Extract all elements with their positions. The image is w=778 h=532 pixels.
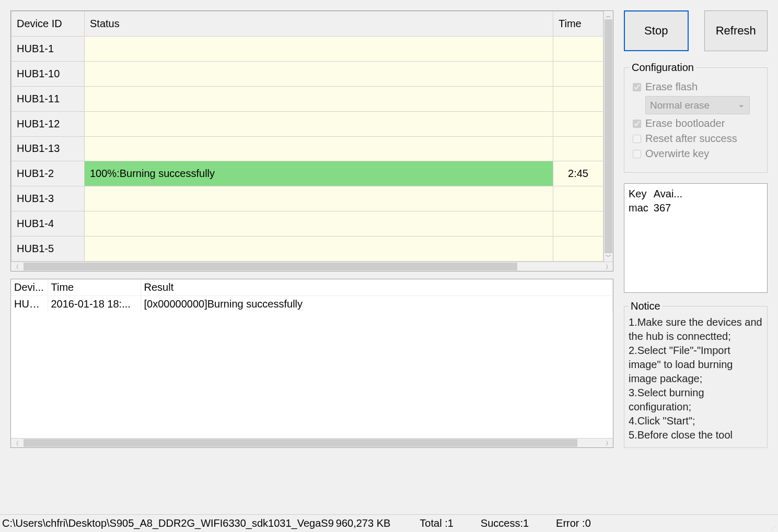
scroll-thumb[interactable] (24, 439, 577, 447)
device-table-header-time[interactable]: Time (553, 11, 603, 37)
device-status-cell (85, 61, 553, 86)
stop-button[interactable]: Stop (624, 10, 689, 51)
device-time-cell (553, 61, 603, 86)
log-time-cell: 2016-01-18 18:... (48, 296, 141, 313)
device-status-cell (85, 136, 553, 161)
device-time-cell (553, 237, 603, 262)
scroll-right-icon[interactable]: 〉 (603, 262, 613, 271)
scroll-thumb[interactable] (605, 19, 612, 253)
erase-flash-checkbox (633, 83, 641, 91)
scroll-up-icon[interactable]: ︿ (604, 12, 613, 20)
notice-group: Notice 1.Make sure the devices and the h… (624, 300, 768, 448)
device-status-cell (85, 211, 553, 237)
device-id-cell: HUB1-1 (11, 37, 85, 62)
device-id-cell: HUB1-4 (11, 211, 85, 237)
device-vertical-scrollbar[interactable]: ︿ ﹀ (603, 11, 613, 262)
table-row (11, 312, 613, 328)
key-header-avail[interactable]: Avai... (654, 187, 688, 201)
resize-grip-icon[interactable]: ⋰ (771, 527, 776, 530)
status-error: Error :0 (542, 517, 605, 529)
table-row[interactable]: HUB1-10 (11, 61, 603, 86)
device-id-cell: HUB1-2 (11, 161, 85, 186)
status-path: C:\Users\chfri\Desktop\S905_A8_DDR2G_WIF… (2, 517, 336, 529)
table-row[interactable]: HUB1-1 (11, 37, 603, 62)
scroll-down-icon[interactable]: ﹀ (604, 253, 613, 261)
scroll-left-icon[interactable]: 〈 (11, 262, 20, 271)
log-result-cell: [0x00000000]Burning successfully (141, 296, 613, 313)
device-table-header-status[interactable]: Status (85, 11, 553, 37)
scroll-left-icon[interactable]: 〈 (11, 439, 20, 447)
key-cell: mac (629, 201, 654, 215)
table-row[interactable]: HUB...2016-01-18 18:...[0x00000000]Burni… (11, 296, 613, 313)
device-status-cell (85, 111, 553, 136)
device-table-header-id[interactable]: Device ID (11, 11, 85, 37)
device-status-cell (85, 237, 553, 262)
table-row[interactable]: HUB1-4 (11, 211, 603, 237)
device-id-cell: HUB1-5 (11, 237, 85, 262)
configuration-group: Configuration Erase flash Normal erase E… (624, 62, 768, 173)
table-row (11, 328, 613, 345)
table-row (11, 393, 613, 409)
table-row (11, 377, 613, 393)
table-row (11, 361, 613, 377)
device-time-cell (553, 136, 603, 161)
table-row[interactable]: HUB1-13 (11, 136, 603, 161)
device-id-cell: HUB1-3 (11, 186, 85, 211)
device-id-cell: HUB1-12 (11, 111, 85, 136)
device-time-cell (553, 186, 603, 211)
log-horizontal-scrollbar[interactable]: 〈 〉 (11, 438, 613, 447)
device-status-cell (85, 86, 553, 111)
device-id-cell: HUB1-10 (11, 61, 85, 86)
reset-after-success-checkbox (633, 135, 641, 143)
device-status-cell: 100%:Burning successfully (85, 161, 553, 186)
device-status-cell (85, 186, 553, 211)
device-time-cell (553, 37, 603, 62)
table-row (11, 345, 613, 361)
avail-cell: 367 (654, 201, 688, 215)
erase-flash-label: Erase flash (645, 81, 698, 93)
status-bar: C:\Users\chfri\Desktop\S905_A8_DDR2G_WIF… (0, 514, 778, 532)
status-success: Success:1 (467, 517, 542, 529)
configuration-legend: Configuration (630, 62, 696, 74)
device-id-cell: HUB1-11 (11, 86, 85, 111)
key-table: Key Avai... mac367 (624, 183, 768, 293)
erase-mode-select: Normal erase (645, 96, 750, 114)
table-row[interactable]: HUB1-5 (11, 237, 603, 262)
status-total: Total :1 (406, 517, 467, 529)
notice-legend: Notice (629, 300, 663, 312)
scroll-thumb[interactable] (24, 263, 517, 270)
key-header-key[interactable]: Key (629, 187, 654, 201)
erase-bootloader-checkbox (633, 120, 641, 128)
status-size: 960,273 KB (336, 517, 407, 529)
table-row[interactable]: HUB1-3 (11, 186, 603, 211)
device-horizontal-scrollbar[interactable]: 〈 〉 (11, 262, 613, 271)
reset-after-success-label: Reset after success (645, 133, 737, 145)
log-table: Devi... Time Result HUB...2016-01-18 18:… (10, 279, 613, 448)
device-table: Device ID Status Time HUB1-1HUB1-10HUB1-… (10, 10, 613, 271)
log-header-device[interactable]: Devi... (11, 279, 48, 296)
notice-text: 1.Make sure the devices and the hub is c… (629, 315, 763, 442)
scroll-right-icon[interactable]: 〉 (603, 439, 613, 447)
table-row[interactable]: mac367 (629, 201, 688, 215)
log-header-time[interactable]: Time (48, 279, 141, 296)
device-status-cell (85, 37, 553, 62)
device-time-cell (553, 211, 603, 237)
overwrite-key-label: Overwirte key (645, 148, 709, 160)
log-header-result[interactable]: Result (141, 279, 613, 296)
table-row[interactable]: HUB1-12 (11, 111, 603, 136)
overwrite-key-checkbox (633, 150, 641, 158)
device-id-cell: HUB1-13 (11, 136, 85, 161)
table-row[interactable]: HUB1-11 (11, 86, 603, 111)
device-time-cell (553, 86, 603, 111)
log-device-cell: HUB... (11, 296, 48, 313)
table-row[interactable]: HUB1-2100%:Burning successfully2:45 (11, 161, 603, 186)
refresh-button[interactable]: Refresh (704, 10, 768, 51)
device-time-cell (553, 111, 603, 136)
device-time-cell: 2:45 (553, 161, 603, 186)
erase-bootloader-label: Erase bootloader (645, 117, 725, 129)
